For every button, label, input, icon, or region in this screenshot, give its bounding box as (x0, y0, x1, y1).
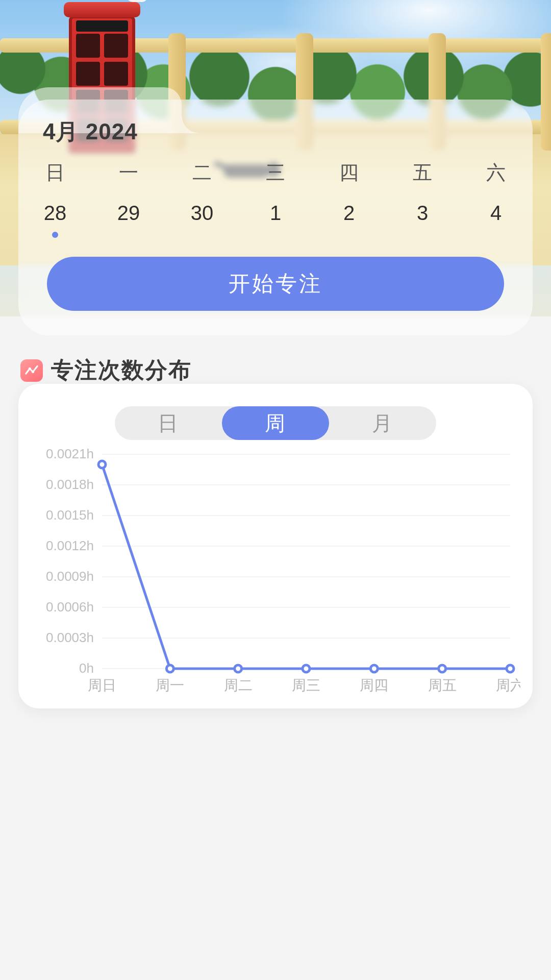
svg-text:周一: 周一 (156, 677, 184, 693)
line-chart-icon (20, 359, 43, 382)
day-cell-5[interactable]: 3 (386, 202, 459, 225)
weekday-sun: 日 (18, 160, 92, 186)
svg-point-22 (370, 665, 378, 672)
svg-text:0h: 0h (79, 660, 94, 676)
month-label: 4月 (43, 119, 79, 144)
svg-point-0 (29, 367, 31, 370)
svg-text:周四: 周四 (360, 677, 388, 693)
svg-point-20 (235, 665, 242, 672)
weekday-sat: 六 (459, 160, 533, 186)
svg-text:0.0006h: 0.0006h (46, 599, 94, 615)
tab-day[interactable]: 日 (115, 406, 222, 440)
svg-text:周二: 周二 (224, 677, 253, 693)
weekday-tue: 二 (165, 160, 239, 186)
day-row: 28 29 30 1 2 3 4 (18, 202, 533, 225)
svg-point-18 (98, 461, 106, 468)
year-label: 2024 (86, 119, 138, 144)
weekday-fri: 五 (386, 160, 459, 186)
month-year-label[interactable]: 4月 2024 (43, 117, 138, 147)
weekday-row: 日 一 二 三 四 五 六 (18, 160, 533, 186)
section-title: 专注次数分布 (51, 355, 192, 385)
svg-text:0.0021h: 0.0021h (46, 447, 94, 461)
svg-point-21 (303, 665, 310, 672)
weekday-wed: 三 (239, 160, 312, 186)
svg-text:周五: 周五 (428, 677, 457, 693)
start-focus-button[interactable]: 开始专注 (47, 257, 504, 311)
svg-text:周六: 周六 (496, 677, 520, 693)
svg-point-19 (166, 665, 173, 672)
tab-week[interactable]: 周 (222, 406, 329, 440)
svg-point-23 (439, 665, 446, 672)
svg-point-24 (507, 665, 514, 672)
chart-area: 0h0.0003h0.0006h0.0009h0.0012h0.0015h0.0… (31, 447, 520, 697)
day-cell-2[interactable]: 30 (165, 202, 239, 225)
svg-text:周三: 周三 (292, 677, 320, 693)
range-tabs: 日 周 月 (115, 406, 436, 440)
seagull (122, 0, 155, 2)
svg-text:周日: 周日 (88, 677, 116, 693)
day-cell-1[interactable]: 29 (92, 202, 165, 225)
svg-text:0.0018h: 0.0018h (46, 477, 94, 492)
tab-month[interactable]: 月 (329, 406, 436, 440)
calendar-card: 4月 2024 日 一 二 三 四 五 六 28 29 30 1 2 3 4 开… (18, 100, 533, 335)
day-cell-0[interactable]: 28 (18, 202, 92, 225)
svg-text:0.0003h: 0.0003h (46, 630, 94, 645)
weekday-thu: 四 (312, 160, 386, 186)
day-cell-4[interactable]: 2 (312, 202, 386, 225)
svg-point-1 (32, 371, 34, 373)
chart-svg: 0h0.0003h0.0006h0.0009h0.0012h0.0015h0.0… (31, 447, 520, 697)
svg-text:0.0009h: 0.0009h (46, 569, 94, 584)
day-cell-3[interactable]: 1 (239, 202, 312, 225)
svg-text:0.0015h: 0.0015h (46, 507, 94, 523)
svg-text:0.0012h: 0.0012h (46, 538, 94, 553)
section-header: 专注次数分布 (20, 355, 192, 385)
chart-card: 日 周 月 0h0.0003h0.0006h0.0009h0.0012h0.00… (18, 384, 533, 708)
weekday-mon: 一 (92, 160, 165, 186)
day-cell-6[interactable]: 4 (459, 202, 533, 225)
